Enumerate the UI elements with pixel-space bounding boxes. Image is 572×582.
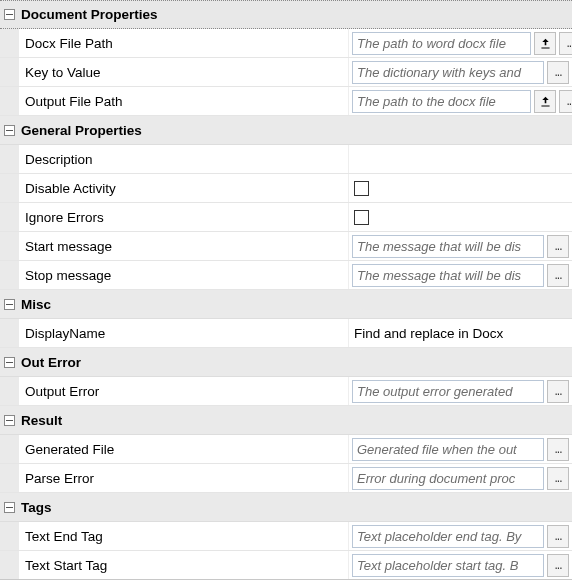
category-label: General Properties xyxy=(21,123,142,138)
property-display-name: DisplayName Find and replace in Docx xyxy=(0,319,572,348)
gutter xyxy=(0,174,19,202)
browse-button[interactable]: ... xyxy=(559,90,572,113)
property-generated-file: Generated File ... xyxy=(0,435,572,464)
gutter xyxy=(0,145,19,173)
docx-file-path-input[interactable] xyxy=(352,32,531,55)
property-label: Generated File xyxy=(19,435,349,463)
property-value: ... xyxy=(349,87,572,115)
upload-button[interactable] xyxy=(534,32,556,55)
property-label: Start message xyxy=(19,232,349,260)
gutter xyxy=(0,232,19,260)
category-label: Result xyxy=(21,413,62,428)
category-tags[interactable]: Tags xyxy=(0,493,572,522)
category-label: Document Properties xyxy=(21,7,158,22)
property-label: Key to Value xyxy=(19,58,349,86)
properties-panel: Document Properties Docx File Path ... K… xyxy=(0,0,572,580)
browse-button[interactable]: ... xyxy=(547,554,569,577)
collapse-icon[interactable] xyxy=(4,415,15,426)
gutter xyxy=(0,87,19,115)
property-label: Output Error xyxy=(19,377,349,405)
property-output-file-path: Output File Path ... xyxy=(0,87,572,116)
ignore-errors-checkbox[interactable] xyxy=(354,210,369,225)
category-out-error[interactable]: Out Error xyxy=(0,348,572,377)
category-document-properties[interactable]: Document Properties xyxy=(0,0,572,29)
upload-icon xyxy=(539,37,552,50)
property-value xyxy=(349,203,572,231)
gutter xyxy=(0,261,19,289)
property-value: ... xyxy=(349,232,572,260)
browse-button[interactable]: ... xyxy=(547,235,569,258)
category-label: Out Error xyxy=(21,355,81,370)
category-label: Tags xyxy=(21,500,52,515)
stop-message-input[interactable] xyxy=(352,264,544,287)
browse-button[interactable]: ... xyxy=(547,438,569,461)
property-value xyxy=(349,174,572,202)
property-value: ... xyxy=(349,464,572,492)
category-general-properties[interactable]: General Properties xyxy=(0,116,572,145)
gutter xyxy=(0,464,19,492)
property-text-end-tag: Text End Tag ... xyxy=(0,522,572,551)
property-label: Stop message xyxy=(19,261,349,289)
property-label: DisplayName xyxy=(19,319,349,347)
property-value: ... xyxy=(349,29,572,57)
property-value: Find and replace in Docx xyxy=(349,319,572,347)
property-value: ... xyxy=(349,58,572,86)
key-to-value-input[interactable] xyxy=(352,61,544,84)
category-misc[interactable]: Misc xyxy=(0,290,572,319)
collapse-icon[interactable] xyxy=(4,502,15,513)
gutter xyxy=(0,551,19,579)
collapse-icon[interactable] xyxy=(4,357,15,368)
start-message-input[interactable] xyxy=(352,235,544,258)
browse-button[interactable]: ... xyxy=(547,467,569,490)
property-label: Text Start Tag xyxy=(19,551,349,579)
property-stop-message: Stop message ... xyxy=(0,261,572,290)
property-label: Parse Error xyxy=(19,464,349,492)
parse-error-input[interactable] xyxy=(352,467,544,490)
text-end-tag-input[interactable] xyxy=(352,525,544,548)
collapse-icon[interactable] xyxy=(4,299,15,310)
property-label: Description xyxy=(19,145,349,173)
property-docx-file-path: Docx File Path ... xyxy=(0,29,572,58)
display-name-value[interactable]: Find and replace in Docx xyxy=(352,326,569,341)
property-disable-activity: Disable Activity xyxy=(0,174,572,203)
browse-button[interactable]: ... xyxy=(547,61,569,84)
property-label: Disable Activity xyxy=(19,174,349,202)
upload-button[interactable] xyxy=(534,90,556,113)
generated-file-input[interactable] xyxy=(352,438,544,461)
property-value: ... xyxy=(349,522,572,550)
property-label: Text End Tag xyxy=(19,522,349,550)
gutter xyxy=(0,319,19,347)
browse-button[interactable]: ... xyxy=(547,264,569,287)
gutter xyxy=(0,377,19,405)
gutter xyxy=(0,58,19,86)
disable-activity-checkbox[interactable] xyxy=(354,181,369,196)
browse-button[interactable]: ... xyxy=(547,525,569,548)
property-value: ... xyxy=(349,435,572,463)
property-label: Output File Path xyxy=(19,87,349,115)
property-start-message: Start message ... xyxy=(0,232,572,261)
property-value: ... xyxy=(349,551,572,579)
gutter xyxy=(0,522,19,550)
property-value: ... xyxy=(349,261,572,289)
output-error-input[interactable] xyxy=(352,380,544,403)
property-parse-error: Parse Error ... xyxy=(0,464,572,493)
property-key-to-value: Key to Value ... xyxy=(0,58,572,87)
property-ignore-errors: Ignore Errors xyxy=(0,203,572,232)
property-value xyxy=(349,145,572,173)
category-result[interactable]: Result xyxy=(0,406,572,435)
browse-button[interactable]: ... xyxy=(547,380,569,403)
property-description: Description xyxy=(0,145,572,174)
property-label: Ignore Errors xyxy=(19,203,349,231)
property-label: Docx File Path xyxy=(19,29,349,57)
gutter xyxy=(0,435,19,463)
text-start-tag-input[interactable] xyxy=(352,554,544,577)
output-file-path-input[interactable] xyxy=(352,90,531,113)
collapse-icon[interactable] xyxy=(4,125,15,136)
browse-button[interactable]: ... xyxy=(559,32,572,55)
gutter xyxy=(0,29,19,57)
property-output-error: Output Error ... xyxy=(0,377,572,406)
upload-icon xyxy=(539,95,552,108)
gutter xyxy=(0,203,19,231)
collapse-icon[interactable] xyxy=(4,9,15,20)
property-text-start-tag: Text Start Tag ... xyxy=(0,551,572,580)
